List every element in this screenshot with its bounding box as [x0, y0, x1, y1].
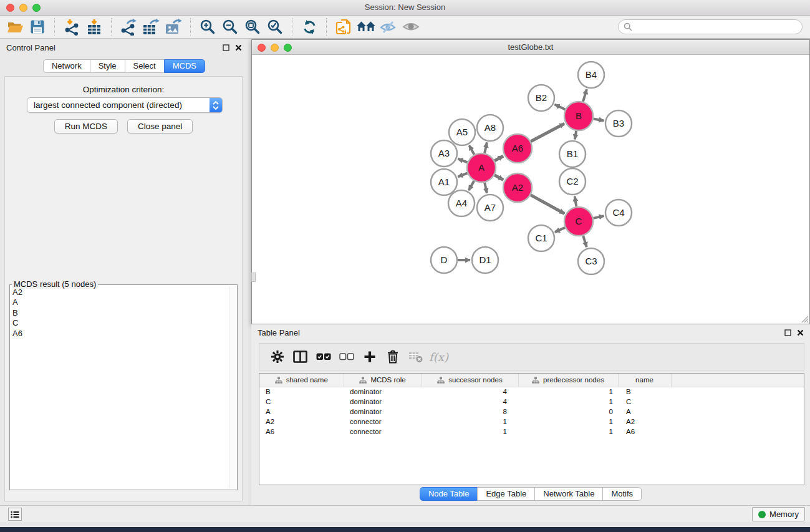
- refresh-styles-button[interactable]: [298, 17, 321, 36]
- tab-node-table[interactable]: Node Table: [420, 487, 478, 501]
- network-minimize-button[interactable]: [271, 44, 279, 52]
- mcds-result-item[interactable]: A: [12, 297, 228, 307]
- minimize-window-button[interactable]: [19, 4, 27, 12]
- graph-node-C1[interactable]: C1: [528, 225, 554, 251]
- function-builder-button[interactable]: f(x): [427, 346, 450, 368]
- zoom-out-button[interactable]: [219, 17, 241, 36]
- import-network-button[interactable]: [60, 17, 83, 36]
- graph-edge-A-A1[interactable]: [458, 173, 467, 177]
- mcds-result-item[interactable]: A6: [12, 329, 228, 339]
- graph-node-C3[interactable]: C3: [578, 248, 604, 274]
- float-panel-icon[interactable]: [223, 44, 229, 51]
- delete-columns-button[interactable]: [381, 346, 404, 368]
- result-scrollbar[interactable]: [229, 286, 236, 488]
- graph-node-D1[interactable]: D1: [472, 247, 498, 273]
- zoom-fit-button[interactable]: [241, 17, 264, 36]
- zoom-window-button[interactable]: [32, 4, 41, 12]
- graph-edge-A2-C[interactable]: [531, 195, 564, 214]
- graph-edge-B-B3[interactable]: [594, 118, 604, 120]
- column-header-shared-name[interactable]: shared name: [259, 374, 344, 387]
- graph-node-A7[interactable]: A7: [477, 195, 503, 221]
- table-row[interactable]: Cdominator41C: [259, 397, 804, 407]
- splitter-handle[interactable]: [251, 273, 256, 282]
- graph-edge-A-A7[interactable]: [485, 182, 487, 193]
- mcds-result-item[interactable]: B: [12, 308, 228, 318]
- close-panel-icon[interactable]: [235, 44, 242, 51]
- graph-node-A[interactable]: A: [467, 153, 496, 182]
- graph-edge-A-A3[interactable]: [458, 159, 467, 163]
- export-network-button[interactable]: [117, 17, 140, 36]
- graph-edge-C-C4[interactable]: [593, 216, 604, 218]
- tab-network-table[interactable]: Network Table: [534, 487, 603, 501]
- column-header-MCDS-role[interactable]: MCDS role: [344, 374, 422, 387]
- graph-node-B[interactable]: B: [564, 102, 593, 130]
- task-history-button[interactable]: [8, 508, 22, 521]
- memory-button[interactable]: Memory: [752, 507, 805, 521]
- search-input[interactable]: [618, 19, 803, 34]
- table-row[interactable]: A6connector11A6: [259, 427, 804, 437]
- graph-edge-A6-B[interactable]: [531, 123, 564, 142]
- create-column-button[interactable]: [358, 346, 381, 368]
- table-row[interactable]: A2connector11A2: [259, 417, 804, 427]
- clone-network-button[interactable]: [332, 17, 355, 36]
- close-panel-button[interactable]: Close panel: [127, 119, 193, 133]
- graph-node-A5[interactable]: A5: [449, 119, 475, 145]
- float-panel-icon[interactable]: [784, 329, 791, 336]
- zoom-selected-button[interactable]: [264, 17, 286, 36]
- column-header-successor-nodes[interactable]: successor nodes: [422, 374, 518, 387]
- graph-node-B3[interactable]: B3: [605, 110, 632, 137]
- graph-edge-A-A4[interactable]: [469, 181, 475, 190]
- graph-edge-B-B1[interactable]: [575, 131, 576, 140]
- show-network-overview-button[interactable]: [355, 17, 377, 36]
- graph-node-A8[interactable]: A8: [477, 115, 503, 141]
- graph-node-B1[interactable]: B1: [559, 141, 586, 167]
- tab-motifs[interactable]: Motifs: [602, 487, 642, 501]
- tab-mcds[interactable]: MCDS: [164, 59, 205, 73]
- close-panel-icon[interactable]: [797, 329, 804, 336]
- network-close-button[interactable]: [258, 44, 266, 52]
- deselect-all-button[interactable]: [335, 346, 358, 368]
- save-session-button[interactable]: [26, 17, 49, 36]
- graph-edge-A-A2[interactable]: [494, 175, 503, 180]
- graph-node-B4[interactable]: B4: [578, 62, 604, 88]
- show-panels-button[interactable]: [400, 17, 422, 36]
- mcds-result-item[interactable]: C: [12, 318, 228, 328]
- table-settings-button[interactable]: [266, 346, 289, 368]
- tab-edge-table[interactable]: Edge Table: [477, 487, 535, 501]
- tab-style[interactable]: Style: [90, 59, 125, 73]
- export-table-button[interactable]: [140, 17, 162, 36]
- column-header-name[interactable]: name: [618, 374, 671, 387]
- select-all-button[interactable]: [312, 346, 335, 368]
- run-mcds-button[interactable]: Run MCDS: [54, 119, 118, 133]
- column-header-predecessor-nodes[interactable]: predecessor nodes: [518, 374, 618, 387]
- graph-node-A2[interactable]: A2: [503, 173, 532, 202]
- graph-edge-B-B4[interactable]: [583, 89, 587, 102]
- graph-edge-C-C3[interactable]: [583, 236, 587, 247]
- hide-panels-button[interactable]: [377, 17, 400, 36]
- graph-edge-B-B2[interactable]: [555, 104, 566, 109]
- graph-node-A1[interactable]: A1: [431, 169, 457, 195]
- graph-node-C2[interactable]: C2: [559, 168, 586, 195]
- network-zoom-button[interactable]: [284, 44, 292, 52]
- graph-node-A3[interactable]: A3: [431, 140, 457, 167]
- export-image-button[interactable]: [162, 17, 185, 36]
- graph-edge-A-A5[interactable]: [469, 145, 474, 155]
- criterion-select[interactable]: largest connected component (directed): [27, 97, 223, 113]
- mcds-result-item[interactable]: A2: [12, 288, 228, 297]
- graph-node-A4[interactable]: A4: [448, 190, 475, 216]
- graph-edge-A-A6[interactable]: [494, 156, 503, 160]
- graph-node-B2[interactable]: B2: [528, 85, 554, 111]
- import-table-button[interactable]: [83, 17, 105, 36]
- graph-edge-C-C2[interactable]: [575, 196, 577, 207]
- graph-node-D[interactable]: D: [431, 247, 457, 273]
- resize-grip-icon[interactable]: [800, 314, 809, 323]
- zoom-in-button[interactable]: [196, 17, 219, 36]
- close-window-button[interactable]: [6, 4, 14, 12]
- network-canvas[interactable]: B4B2BB3A8A5A6A3B1AA1C2A2A4A7C4CC1C3DD1: [252, 55, 809, 324]
- tab-select[interactable]: Select: [125, 59, 165, 73]
- delete-table-button[interactable]: [404, 346, 427, 368]
- graph-node-C[interactable]: C: [564, 207, 593, 236]
- open-file-button[interactable]: [4, 17, 26, 36]
- graph-edge-A-A8[interactable]: [485, 142, 487, 153]
- tab-network[interactable]: Network: [43, 59, 90, 73]
